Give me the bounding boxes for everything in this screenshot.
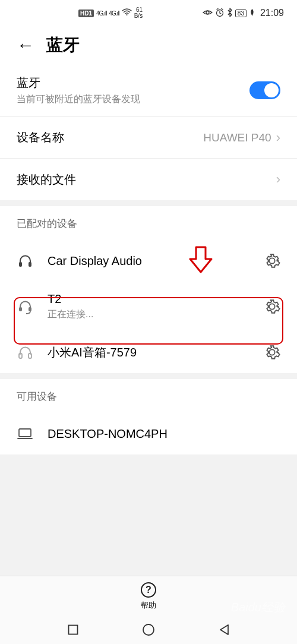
- svg-rect-10: [68, 626, 77, 634]
- bluetooth-toggle[interactable]: [249, 81, 280, 99]
- gear-icon[interactable]: [264, 298, 280, 315]
- received-files-row[interactable]: 接收的文件 ›: [0, 159, 297, 200]
- paired-devices-title: 已配对的设备: [0, 206, 297, 240]
- hd-icon: HD1: [78, 10, 94, 17]
- eye-icon: [203, 9, 213, 18]
- bluetooth-icon: [227, 8, 233, 19]
- signal-1-icon: 4G.ıll: [96, 10, 106, 17]
- device-name: 小米AI音箱-7579: [48, 345, 264, 361]
- available-devices-title: 可用设备: [0, 379, 297, 413]
- nav-recents-button[interactable]: [68, 624, 78, 635]
- device-name: Car Display Audio: [48, 254, 264, 268]
- svg-rect-6: [29, 307, 31, 311]
- battery-icon: 83: [235, 10, 247, 17]
- bluetooth-label: 蓝牙: [17, 75, 249, 91]
- device-name-label: 设备名称: [17, 130, 203, 146]
- received-files-label: 接收的文件: [17, 172, 276, 188]
- back-arrow-icon[interactable]: ←: [17, 35, 34, 55]
- headphones-icon: [17, 345, 33, 361]
- device-name-value: HUAWEI P40: [203, 131, 271, 144]
- nav-back-button[interactable]: [219, 624, 229, 636]
- alarm-icon: [215, 8, 225, 19]
- device-name-row[interactable]: 设备名称 HUAWEI P40 ›: [0, 117, 297, 159]
- svg-rect-3: [19, 262, 22, 267]
- status-bar: HD1 4G.ıll 4G.ıll 61 B/s 83 21:09: [0, 0, 297, 26]
- device-row-t2[interactable]: T2 正在连接...: [0, 282, 297, 332]
- device-name: DESKTOP-NOMC4PH: [48, 427, 280, 441]
- leaf-icon: [249, 8, 255, 18]
- device-name: T2: [48, 292, 264, 306]
- svg-point-1: [206, 11, 209, 14]
- headset-icon: [17, 299, 33, 315]
- gear-icon[interactable]: [264, 344, 280, 361]
- device-row-desktop[interactable]: DESKTOP-NOMC4PH: [0, 413, 297, 454]
- headset-icon: [17, 253, 33, 269]
- help-label: 帮助: [141, 600, 156, 611]
- gear-icon[interactable]: [264, 252, 280, 269]
- signal-2-icon: 4G.ıll: [109, 10, 119, 17]
- net-speed: 61 B/s: [134, 7, 143, 19]
- header: ← 蓝牙: [0, 26, 297, 64]
- help-button[interactable]: ? 帮助: [0, 576, 297, 615]
- wifi-icon: [122, 8, 132, 18]
- svg-rect-4: [29, 262, 31, 267]
- svg-point-0: [126, 14, 127, 15]
- device-row-car-display[interactable]: Car Display Audio: [0, 240, 297, 282]
- bluetooth-sublabel: 当前可被附近的蓝牙设备发现: [17, 93, 249, 106]
- chevron-right-icon: ›: [276, 172, 280, 187]
- device-row-xiaomi-speaker[interactable]: 小米AI音箱-7579: [0, 332, 297, 373]
- laptop-icon: [17, 427, 33, 440]
- svg-point-11: [143, 624, 154, 635]
- help-icon: ?: [141, 582, 156, 598]
- navigation-bar: [0, 615, 297, 644]
- svg-rect-9: [19, 429, 31, 437]
- clock-text: 21:09: [260, 8, 284, 18]
- svg-rect-5: [19, 307, 22, 311]
- chevron-right-icon: ›: [276, 130, 280, 146]
- bluetooth-toggle-row[interactable]: 蓝牙 当前可被附近的蓝牙设备发现: [0, 64, 297, 117]
- nav-home-button[interactable]: [142, 623, 155, 636]
- page-title: 蓝牙: [46, 34, 80, 56]
- device-status: 正在连接...: [48, 308, 264, 321]
